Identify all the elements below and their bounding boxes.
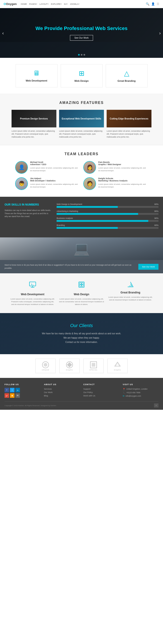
team-member-1: 👤 Michael Scott Advertiser / CEO Lorem i… bbox=[15, 161, 80, 174]
social-facebook[interactable]: f bbox=[5, 388, 9, 392]
menu-icon[interactable]: ☰ bbox=[157, 2, 159, 6]
social-icons-row2: g+ ◉ ✉ bbox=[5, 393, 40, 398]
social-email[interactable]: ✉ bbox=[15, 393, 20, 398]
hero-dots bbox=[78, 54, 85, 56]
service-card-web-dev-label: Web Development bbox=[20, 79, 54, 82]
service2-webdev: Web Development Lorem ipsum dolor sit am… bbox=[10, 280, 55, 306]
team-section: TEAM LEADERS 👤 Michael Scott Advertiser … bbox=[0, 145, 163, 197]
logo-unique: UNIQUE bbox=[35, 359, 56, 373]
service2-webdev-label: Web Development bbox=[10, 293, 55, 296]
feature-design-label: Premium Design Services bbox=[18, 116, 50, 122]
hero-dot-3[interactable] bbox=[84, 54, 85, 56]
feature-design-img: Premium Design Services bbox=[12, 110, 56, 128]
footer-about-blog[interactable]: Blog bbox=[44, 394, 80, 397]
hero-nav-prev[interactable]: ‹ bbox=[2, 30, 4, 36]
skills-title: OUR SKILLS IN NUMBERS bbox=[5, 203, 52, 206]
service-card-branding: △ Great Branding bbox=[106, 64, 148, 88]
nav-joomla[interactable]: JOOMLA+ bbox=[70, 3, 79, 5]
skills-left: OUR SKILLS IN NUMBERS Statistics can say… bbox=[5, 203, 52, 231]
footer-address: United Kingdom, London bbox=[126, 388, 148, 390]
svg-rect-4 bbox=[80, 283, 81, 284]
skill-bar-bg-2 bbox=[57, 213, 158, 215]
service2-webdev-icon bbox=[10, 280, 55, 290]
hero-nav-next[interactable]: › bbox=[159, 30, 161, 36]
skill-row-1: Web Design & Development 60% bbox=[57, 203, 158, 208]
hero-dot-2[interactable] bbox=[81, 54, 82, 56]
service2-branding-desc: Lorem ipsum dolor sit amet, consectetur … bbox=[108, 296, 153, 301]
clients-title: Our Clients bbox=[7, 323, 156, 328]
social-twitter[interactable]: t bbox=[10, 388, 15, 392]
skill-label-4: Branding bbox=[57, 224, 65, 226]
features-title: AMAZING FEATURES bbox=[5, 101, 158, 105]
team-info-pam: Pam Beesly Graphic / Web Designer Lorem … bbox=[98, 161, 148, 174]
skill-label-2: Advertising & Marketing bbox=[57, 210, 78, 212]
service-card-web-dev: 🖥 Web Development bbox=[16, 64, 58, 88]
team-name-pam: Pam Beesly bbox=[98, 161, 148, 163]
hero-title: We Provide Professional Web Services bbox=[36, 25, 127, 32]
feature-branding-img: Cutting Edge Branding Experiences bbox=[107, 110, 151, 128]
logo-graphic-1: Graphic bbox=[59, 359, 80, 373]
footer-contact-policy[interactable]: Our Policy bbox=[83, 391, 119, 394]
footer-about-ourwork[interactable]: Our Work bbox=[44, 391, 80, 394]
feature-webdev-desc: Lorem ipsum dolor sit amet, consectetur … bbox=[59, 130, 104, 138]
hero-dot-1[interactable] bbox=[78, 54, 80, 56]
service2-branding-label: Great Branding bbox=[108, 291, 153, 294]
skill-pct-2: 80% bbox=[154, 210, 158, 212]
footer-contact-workwithus[interactable]: Work with Us bbox=[83, 394, 119, 397]
social-googleplus[interactable]: g+ bbox=[5, 393, 9, 398]
social-rss[interactable]: ◉ bbox=[10, 393, 15, 398]
footer-back-to-top[interactable]: ↑ bbox=[154, 404, 159, 408]
footer-about-services[interactable]: Services bbox=[44, 388, 80, 390]
work-banner-cta-button[interactable]: See Our Work bbox=[138, 264, 158, 270]
team-grid: 👤 Michael Scott Advertiser / CEO Lorem i… bbox=[6, 161, 157, 190]
branding-icon: △ bbox=[110, 69, 144, 77]
team-role-jim: Web Developer / Statistics bbox=[30, 180, 80, 182]
service2-branding-icon bbox=[108, 280, 153, 289]
skills-bars: Web Design & Development 60% Advertising… bbox=[57, 203, 158, 231]
nav-home[interactable]: HOME bbox=[21, 3, 27, 5]
team-desc-pam: Lorem ipsum dolor sit amet, consectetur … bbox=[98, 167, 148, 172]
footer-grid: FOLLOW US f t in g+ ◉ ✉ ABOUT US Service… bbox=[5, 383, 158, 398]
hero-cta-button[interactable]: See Our Work bbox=[70, 35, 93, 41]
services2-section: Web Development Lorem ipsum dolor sit am… bbox=[0, 273, 163, 313]
nav-action-icons: 🔍 👤 ☰ bbox=[146, 2, 159, 6]
footer-copyright: Copyright © 2015 Kitchen. All Rights Res… bbox=[5, 404, 56, 406]
feature-item-design: Premium Design Services Lorem ipsum dolo… bbox=[12, 110, 56, 138]
skill-bar-fill-3 bbox=[57, 220, 148, 222]
nav-layout[interactable]: LAYOUT+ bbox=[39, 3, 49, 5]
footer-about-title: ABOUT US bbox=[44, 383, 80, 386]
nav-k2[interactable]: K2+ bbox=[64, 3, 68, 5]
footer-bottom: Copyright © 2015 Kitchen. All Rights Res… bbox=[5, 402, 158, 408]
clients-line1: We have far too many clients & they all … bbox=[7, 331, 156, 336]
avatar-jim: 👦 bbox=[15, 177, 28, 190]
team-member-3: 👦 Jim Halpert Web Developer / Statistics… bbox=[15, 177, 80, 190]
avatar-dwight: 🧑 bbox=[83, 177, 96, 190]
navbar: OOxygen HOME PAGES+ LAYOUT+ EXPLORE+ K2+… bbox=[0, 0, 163, 8]
team-desc-dwight: Lorem ipsum dolor sit amet, consectetur … bbox=[98, 183, 148, 188]
service2-webdev-desc: Lorem ipsum dolor sit amet, consectetur … bbox=[10, 298, 55, 306]
phone-icon: 📞 bbox=[123, 392, 125, 394]
feature-item-branding: Cutting Edge Branding Experiences Lorem … bbox=[107, 110, 151, 138]
features-grid: Premium Design Services Lorem ipsum dolo… bbox=[5, 110, 158, 138]
skill-label-1: Web Design & Development bbox=[57, 203, 82, 205]
footer-contact-title: CONTACT bbox=[83, 383, 119, 386]
team-title: TEAM LEADERS bbox=[6, 152, 157, 156]
search-icon[interactable]: 🔍 bbox=[146, 2, 149, 6]
footer-contact-support[interactable]: Support bbox=[83, 388, 119, 390]
nav-logo[interactable]: OOxygen bbox=[4, 2, 17, 6]
skill-row-3: Business Analysis 90% bbox=[57, 217, 158, 222]
feature-webdev-label: Exceptional Web Development Skills bbox=[60, 116, 103, 122]
skills-section: OUR SKILLS IN NUMBERS Statistics can say… bbox=[0, 197, 163, 238]
nav-explore[interactable]: EXPLORE+ bbox=[51, 3, 62, 5]
desk-image-banner: 💻 bbox=[0, 238, 163, 260]
avatar-pam: 👩 bbox=[83, 161, 96, 174]
feature-branding-desc: Lorem ipsum dolor sit amet, consectetur … bbox=[107, 130, 151, 138]
user-icon[interactable]: 👤 bbox=[151, 2, 155, 6]
svg-rect-5 bbox=[82, 283, 83, 284]
skill-pct-4: 60% bbox=[154, 224, 158, 226]
nav-pages[interactable]: PAGES+ bbox=[29, 3, 37, 5]
logo-graphic-2: Graphic bbox=[107, 359, 128, 373]
team-info-jim: Jim Halpert Web Developer / Statistics L… bbox=[30, 177, 80, 190]
social-linkedin[interactable]: in bbox=[15, 388, 20, 392]
skill-bar-bg-3 bbox=[57, 220, 158, 222]
